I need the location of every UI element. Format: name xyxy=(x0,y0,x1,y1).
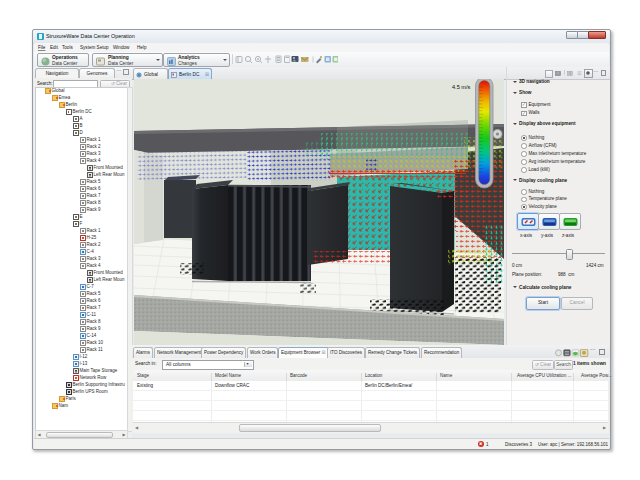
svg-text:4.5 m/s: 4.5 m/s xyxy=(452,84,471,90)
